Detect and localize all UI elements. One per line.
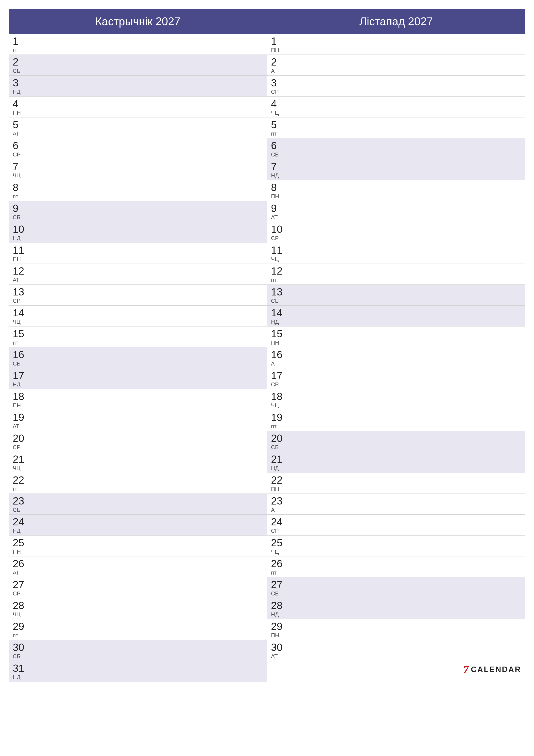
day-info: 27 СР xyxy=(13,580,28,596)
day-info: 21 НД xyxy=(271,454,286,471)
day-name: пт xyxy=(13,633,28,638)
month2-header: Лістапад 2027 xyxy=(267,9,525,34)
day-number: 1 xyxy=(271,36,286,46)
november-col: 1 ПН 2 АТ 3 СР 4 ЧЦ 5 пт 6 СБ 7 НД xyxy=(267,34,525,682)
october-day-18: 18 ПН xyxy=(9,389,267,410)
day-number: 1 xyxy=(13,36,28,46)
calendar-container: Кастрычнік 2027 Лістапад 2027 1 пт 2 СБ … xyxy=(9,9,525,682)
november-day-23: 23 АТ xyxy=(267,494,525,515)
october-day-1: 1 пт xyxy=(9,34,267,55)
day-info: 5 пт xyxy=(271,120,286,136)
day-number: 3 xyxy=(271,78,286,88)
day-name: АТ xyxy=(271,507,286,513)
november-day-15: 15 ПН xyxy=(267,327,525,347)
day-number: 10 xyxy=(13,224,28,234)
day-name: НД xyxy=(13,674,28,680)
day-number: 7 xyxy=(271,161,286,172)
october-day-31: 31 НД xyxy=(9,661,267,682)
day-number: 8 xyxy=(271,182,286,193)
day-info: 3 СР xyxy=(271,78,286,94)
october-day-17: 17 НД xyxy=(9,368,267,389)
day-info: 3 НД xyxy=(13,78,28,94)
day-info: 20 СБ xyxy=(271,433,286,450)
day-number: 30 xyxy=(271,642,286,653)
day-number: 30 xyxy=(13,642,28,653)
day-info: 28 ЧЦ xyxy=(13,600,28,617)
november-day-27: 27 СБ xyxy=(267,577,525,598)
day-name: ПН xyxy=(271,486,286,492)
day-info: 4 ЧЦ xyxy=(271,99,286,116)
day-number: 4 xyxy=(13,99,28,109)
november-day-12: 12 пт xyxy=(267,264,525,285)
day-info: 24 НД xyxy=(13,517,28,534)
day-number: 13 xyxy=(271,287,286,297)
day-name: СБ xyxy=(271,591,286,596)
day-name: НД xyxy=(271,319,286,325)
day-name: пт xyxy=(13,340,28,345)
day-info: 21 ЧЦ xyxy=(13,454,28,471)
october-day-6: 6 СР xyxy=(9,138,267,159)
day-number: 23 xyxy=(271,496,286,506)
day-info: 29 пт xyxy=(13,621,28,638)
day-number: 9 xyxy=(271,203,286,214)
day-info: 13 СБ xyxy=(271,287,286,304)
october-day-26: 26 АТ xyxy=(9,556,267,577)
day-number: 2 xyxy=(271,57,286,67)
day-name: пт xyxy=(13,194,28,199)
day-info: 22 пт xyxy=(13,475,28,492)
day-info: 24 СР xyxy=(271,517,286,534)
day-name: ПН xyxy=(13,110,28,116)
day-number: 16 xyxy=(13,350,28,360)
day-name: НД xyxy=(271,611,286,617)
november-day-2: 2 АТ xyxy=(267,55,525,76)
day-name: ПН xyxy=(271,194,286,199)
november-day-10: 10 СР xyxy=(267,222,525,243)
day-name: пт xyxy=(13,486,28,492)
day-number: 15 xyxy=(271,329,286,339)
day-name: ПН xyxy=(271,340,286,345)
november-day-8: 8 ПН xyxy=(267,180,525,201)
day-number: 18 xyxy=(13,392,28,402)
october-day-2: 2 СБ xyxy=(9,55,267,76)
day-name: ЧЦ xyxy=(271,110,286,116)
day-number: 12 xyxy=(13,266,28,276)
day-info: 20 СР xyxy=(13,433,28,450)
day-name: ЧЦ xyxy=(271,549,286,554)
day-info: 8 ПН xyxy=(271,182,286,199)
day-number: 29 xyxy=(271,621,286,632)
day-name: ЧЦ xyxy=(13,611,28,617)
day-info: 26 пт xyxy=(271,558,286,576)
day-info: 5 АТ xyxy=(13,120,28,136)
november-day-16: 16 АТ xyxy=(267,347,525,368)
november-day-14: 14 НД xyxy=(267,306,525,327)
day-name: НД xyxy=(13,382,28,387)
october-day-11: 11 ПН xyxy=(9,243,267,264)
day-name: СР xyxy=(13,298,28,304)
brand-text: CALENDAR xyxy=(471,665,521,674)
day-number: 20 xyxy=(13,433,28,444)
october-day-20: 20 СР xyxy=(9,431,267,452)
october-day-5: 5 АТ xyxy=(9,118,267,138)
november-day-22: 22 ПН xyxy=(267,473,525,494)
november-day-20: 20 СБ xyxy=(267,431,525,452)
day-name: НД xyxy=(13,89,28,94)
day-name: НД xyxy=(271,465,286,471)
day-name: СР xyxy=(271,382,286,387)
november-day-30: 30 АТ xyxy=(267,640,525,661)
day-number: 17 xyxy=(13,370,28,381)
october-day-25: 25 ПН xyxy=(9,535,267,556)
october-day-10: 10 НД xyxy=(9,222,267,243)
day-name: пт xyxy=(271,131,286,136)
day-info: 27 СБ xyxy=(271,580,286,596)
day-info: 11 ПН xyxy=(13,245,28,262)
day-info: 14 НД xyxy=(271,308,286,325)
day-info: 7 НД xyxy=(271,161,286,178)
day-number: 5 xyxy=(271,120,286,130)
day-info: 6 СБ xyxy=(271,141,286,157)
day-name: ЧЦ xyxy=(13,319,28,325)
day-name: НД xyxy=(13,235,28,241)
november-day-6: 6 СБ xyxy=(267,138,525,159)
november-day-3: 3 СР xyxy=(267,76,525,96)
day-name: пт xyxy=(271,570,286,576)
october-day-24: 24 НД xyxy=(9,515,267,535)
